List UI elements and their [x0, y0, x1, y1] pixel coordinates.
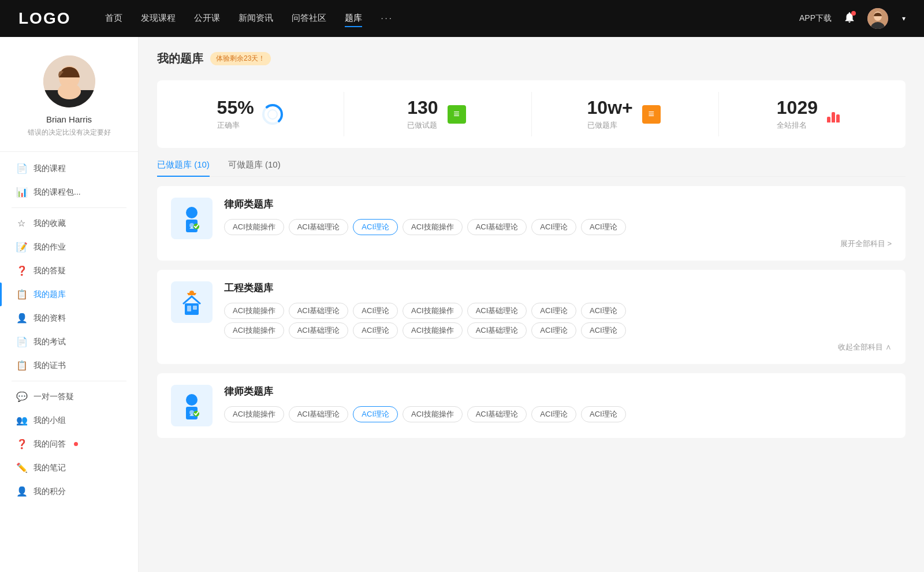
- tag-item[interactable]: ACI基础理论: [467, 406, 527, 422]
- sidebar-item-profile-data[interactable]: 👤 我的资料: [0, 306, 138, 330]
- sidebar-item-group[interactable]: 👥 我的小组: [0, 408, 138, 432]
- qbank-card-engineer-1: 工程类题库 ACI技能操作 ACI基础理论 ACI理论 ACI技能操作 ACI基…: [157, 270, 906, 364]
- sidebar-item-qa[interactable]: ❓ 我的答疑: [0, 259, 138, 283]
- profile-motto: 错误的决定比没有决定要好: [28, 128, 111, 138]
- qbank-engineer-1-title: 工程类题库: [224, 281, 892, 295]
- tag-item[interactable]: ACI技能操作: [403, 219, 463, 235]
- homework-icon: 📝: [16, 242, 27, 252]
- stat-accuracy: 55% 正确率: [157, 92, 344, 136]
- qbank-lawyer-2-icon-wrap: [171, 385, 213, 426]
- notification-bell[interactable]: [843, 11, 856, 26]
- qa-icon: ❓: [16, 265, 27, 276]
- sidebar-item-certificate[interactable]: 📋 我的证书: [0, 354, 138, 377]
- sidebar: Brian Harris 错误的决定比没有决定要好 📄 我的课程 📊 我的课程包…: [0, 37, 139, 572]
- tag-item[interactable]: ACI基础理论: [289, 219, 349, 235]
- tag-item[interactable]: ACI技能操作: [224, 322, 284, 339]
- ranking-value: 1029: [777, 98, 818, 118]
- tab-todo[interactable]: 可做题库 (10): [228, 159, 281, 176]
- user-dropdown-arrow[interactable]: ▾: [902, 14, 906, 23]
- sidebar-item-favorites[interactable]: ☆ 我的收藏: [0, 211, 138, 235]
- logo[interactable]: LOGO: [18, 9, 70, 28]
- tag-item[interactable]: ACI理论: [531, 303, 576, 319]
- tag-item[interactable]: ACI基础理论: [467, 303, 527, 319]
- exam-icon: 📄: [16, 336, 27, 347]
- tag-item[interactable]: ACI技能操作: [224, 406, 284, 422]
- qbank-lawyer-2-title: 律师类题库: [224, 385, 892, 398]
- sidebar-label-homework: 我的作业: [33, 242, 66, 252]
- nav-qbank[interactable]: 题库: [345, 10, 362, 27]
- tag-item[interactable]: ACI基础理论: [467, 219, 527, 235]
- qbank-engineer-1-tags-row2: ACI技能操作 ACI基础理论 ACI理论 ACI技能操作 ACI基础理论 AC…: [224, 322, 892, 339]
- svg-point-17: [189, 291, 194, 295]
- expand-link-lawyer-1[interactable]: 展开全部科目 >: [224, 239, 892, 249]
- one-on-one-icon: 💬: [16, 391, 27, 402]
- sidebar-item-one-on-one[interactable]: 💬 一对一答疑: [0, 385, 138, 408]
- nav-qa[interactable]: 问答社区: [292, 10, 326, 27]
- qbank-lawyer-1-tags: ACI技能操作 ACI基础理论 ACI理论 ACI技能操作 ACI基础理论 AC…: [224, 219, 892, 235]
- sidebar-label-qbank: 我的题库: [33, 289, 66, 300]
- sidebar-item-course[interactable]: 📄 我的课程: [0, 157, 138, 180]
- collapse-link-engineer-1[interactable]: 收起全部科目 ∧: [224, 342, 892, 352]
- done-banks-value: 10w+: [587, 98, 633, 118]
- tag-item[interactable]: ACI技能操作: [224, 303, 284, 319]
- sidebar-item-homework[interactable]: 📝 我的作业: [0, 235, 138, 259]
- qbank-icon: 📋: [16, 289, 27, 300]
- tag-item[interactable]: ACI基础理论: [289, 406, 349, 422]
- lawyer-svg-icon: [177, 203, 207, 233]
- user-avatar[interactable]: [867, 8, 888, 29]
- tag-item[interactable]: ACI基础理论: [289, 303, 349, 319]
- tab-done[interactable]: 已做题库 (10): [157, 159, 210, 176]
- nav-open-course[interactable]: 公开课: [194, 10, 220, 27]
- page-layout: Brian Harris 错误的决定比没有决定要好 📄 我的课程 📊 我的课程包…: [0, 37, 924, 572]
- nav-discover[interactable]: 发现课程: [141, 10, 176, 27]
- tag-item[interactable]: ACI技能操作: [403, 322, 463, 339]
- sidebar-label-favorites: 我的收藏: [33, 218, 66, 229]
- done-questions-label: 已做试题: [407, 120, 438, 131]
- app-download-button[interactable]: APP下载: [799, 13, 832, 24]
- sidebar-item-notes[interactable]: ✏️ 我的笔记: [0, 456, 138, 480]
- tag-item[interactable]: ACI技能操作: [403, 303, 463, 319]
- tag-item[interactable]: ACI理论: [531, 219, 576, 235]
- tag-item[interactable]: ACI理论: [531, 406, 576, 422]
- tag-item[interactable]: ACI理论: [581, 322, 626, 339]
- tag-item-active[interactable]: ACI理论: [353, 406, 398, 422]
- tag-item[interactable]: ACI理论: [581, 219, 626, 235]
- tag-item[interactable]: ACI理论: [581, 406, 626, 422]
- sidebar-item-points[interactable]: 👤 我的积分: [0, 480, 138, 503]
- accuracy-icon: [261, 103, 284, 126]
- doc-orange-icon: ≡: [642, 105, 661, 124]
- profile-avatar: [43, 55, 95, 107]
- tag-item[interactable]: ACI理论: [353, 303, 398, 319]
- tag-item[interactable]: ACI理论: [581, 303, 626, 319]
- tag-item[interactable]: ACI理论: [353, 322, 398, 339]
- nav-home[interactable]: 首页: [105, 10, 122, 27]
- navbar: LOGO 首页 发现课程 公开课 新闻资讯 问答社区 题库 ··· APP下载 …: [0, 0, 924, 37]
- course-pkg-icon: 📊: [16, 187, 27, 198]
- sidebar-label-profile-data: 我的资料: [33, 313, 66, 324]
- tag-item[interactable]: ACI技能操作: [224, 219, 284, 235]
- stats-row: 55% 正确率 130 已做试题 ≡: [157, 80, 906, 148]
- sidebar-item-qbank[interactable]: 📋 我的题库: [0, 283, 138, 306]
- group-icon: 👥: [16, 415, 27, 426]
- tag-item[interactable]: ACI理论: [531, 322, 576, 339]
- sidebar-divider-1: [12, 207, 126, 208]
- stat-done-banks: 10w+ 已做题库 ≡: [532, 92, 719, 136]
- nav-more[interactable]: ···: [381, 10, 393, 27]
- tag-item[interactable]: ACI基础理论: [289, 322, 349, 339]
- bar-chart-icon: [827, 105, 845, 124]
- sidebar-item-my-answers[interactable]: ❓ 我的问答: [0, 432, 138, 456]
- svg-point-6: [58, 83, 81, 99]
- sidebar-label-points: 我的积分: [33, 486, 66, 497]
- sidebar-label-group: 我的小组: [33, 415, 66, 426]
- tag-item-active[interactable]: ACI理论: [353, 219, 398, 235]
- qbank-engineer-icon-wrap: [171, 281, 213, 323]
- sidebar-item-course-pkg[interactable]: 📊 我的课程包...: [0, 180, 138, 204]
- tag-item[interactable]: ACI技能操作: [403, 406, 463, 422]
- nav-news[interactable]: 新闻资讯: [239, 10, 273, 27]
- svg-point-10: [186, 207, 198, 218]
- sidebar-label-qa: 我的答疑: [33, 266, 66, 276]
- sidebar-item-exam[interactable]: 📄 我的考试: [0, 330, 138, 354]
- notes-icon: ✏️: [16, 462, 27, 473]
- favorites-icon: ☆: [16, 218, 27, 229]
- tag-item[interactable]: ACI基础理论: [467, 322, 527, 339]
